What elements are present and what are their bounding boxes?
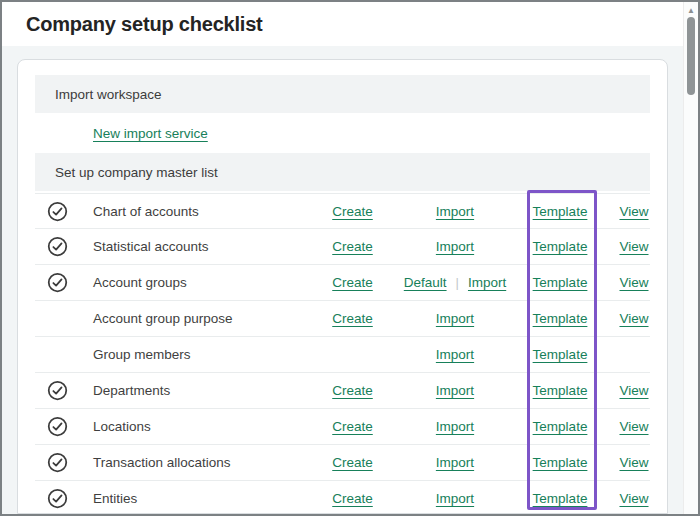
row-label: Transaction allocations (93, 455, 315, 470)
import-cell: Import (390, 347, 520, 362)
section-header-import-workspace: Import workspace (35, 75, 650, 113)
completed-check-icon (47, 272, 68, 293)
view-cell: View (600, 383, 668, 398)
import-cell: Import (390, 311, 520, 326)
row-status-cell (35, 488, 93, 509)
view-cell: View (600, 455, 668, 470)
template-link[interactable]: Template (533, 275, 588, 290)
import-link[interactable]: Import (436, 419, 474, 434)
checklist-row: Departments Create Import Template View (35, 373, 650, 409)
template-link[interactable]: Template (533, 383, 588, 398)
import-cell: Default | Import (390, 275, 520, 290)
template-link[interactable]: Template (533, 239, 588, 254)
template-cell: Template (520, 311, 600, 326)
view-link[interactable]: View (619, 455, 648, 470)
section-header-master-list: Set up company master list (35, 153, 650, 191)
scrollbar-up-arrow-icon[interactable]: ▲ (684, 2, 698, 15)
checklist-row: Statistical accounts Create Import Templ… (35, 229, 650, 265)
row-label: Group members (93, 347, 315, 362)
checklist-row: Entities Create Import Template View (35, 481, 650, 514)
view-link[interactable]: View (619, 491, 648, 506)
vertical-scrollbar[interactable]: ▲ (683, 2, 698, 514)
section-header-label: Set up company master list (55, 165, 218, 180)
import-link[interactable]: Import (468, 275, 506, 290)
template-link[interactable]: Template (533, 491, 588, 506)
view-cell: View (600, 491, 668, 506)
section-header-label: Import workspace (55, 87, 162, 102)
view-link[interactable]: View (619, 419, 648, 434)
view-link[interactable]: View (619, 383, 648, 398)
import-link[interactable]: Import (436, 204, 474, 219)
checklist-row: Chart of accounts Create Import Template… (35, 193, 650, 229)
import-link[interactable]: Import (436, 311, 474, 326)
checklist-row: Locations Create Import Template View (35, 409, 650, 445)
view-cell: View (600, 204, 668, 219)
create-link[interactable]: Create (332, 311, 373, 326)
view-link[interactable]: View (619, 239, 648, 254)
checklist-rows: Chart of accounts Create Import Template… (35, 193, 650, 514)
import-link[interactable]: Import (436, 455, 474, 470)
import-link[interactable]: Import (436, 383, 474, 398)
template-link[interactable]: Template (533, 204, 588, 219)
row-label: Chart of accounts (93, 204, 315, 219)
template-link[interactable]: Template (533, 455, 588, 470)
page-body: Import workspace New import service Set … (2, 46, 698, 514)
import-cell: Import (390, 455, 520, 470)
row-label: Entities (93, 491, 315, 506)
title-bar: Company setup checklist (2, 2, 698, 46)
template-cell: Template (520, 491, 600, 506)
template-cell: Template (520, 239, 600, 254)
row-label: Departments (93, 383, 315, 398)
create-cell: Create (315, 239, 390, 254)
view-link[interactable]: View (619, 311, 648, 326)
row-label: Locations (93, 419, 315, 434)
import-link[interactable]: Import (436, 491, 474, 506)
completed-check-icon (47, 380, 68, 401)
row-label: Account group purpose (93, 311, 315, 326)
import-cell: Import (390, 491, 520, 506)
import-cell: Import (390, 383, 520, 398)
row-status-cell (35, 308, 93, 329)
create-link[interactable]: Create (332, 491, 373, 506)
checklist-row: Transaction allocations Create Import Te… (35, 445, 650, 481)
view-link[interactable]: View (619, 275, 648, 290)
completed-check-icon (47, 201, 68, 222)
template-cell: Template (520, 455, 600, 470)
view-cell: View (600, 419, 668, 434)
create-cell: Create (315, 419, 390, 434)
create-link[interactable]: Create (332, 204, 373, 219)
create-cell: Create (315, 383, 390, 398)
checklist-row: Account groups Create Default | Import T… (35, 265, 650, 301)
template-link[interactable]: Template (533, 419, 588, 434)
checklist-row: Account group purpose Create Import Temp… (35, 301, 650, 337)
template-cell: Template (520, 383, 600, 398)
view-link[interactable]: View (619, 204, 648, 219)
page-title: Company setup checklist (26, 13, 263, 36)
template-cell: Template (520, 347, 600, 362)
completed-check-icon (47, 452, 68, 473)
import-cell: Import (390, 419, 520, 434)
template-link[interactable]: Template (533, 347, 588, 362)
template-cell: Template (520, 275, 600, 290)
import-link[interactable]: Import (436, 239, 474, 254)
link-separator: | (456, 275, 459, 290)
import-link[interactable]: Import (436, 347, 474, 362)
create-link[interactable]: Create (332, 383, 373, 398)
template-link[interactable]: Template (533, 311, 588, 326)
row-status-cell (35, 201, 93, 222)
create-cell: Create (315, 311, 390, 326)
template-cell: Template (520, 419, 600, 434)
row-status-cell (35, 416, 93, 437)
create-link[interactable]: Create (332, 239, 373, 254)
create-link[interactable]: Create (332, 275, 373, 290)
create-cell: Create (315, 491, 390, 506)
create-cell: Create (315, 204, 390, 219)
scrollbar-thumb[interactable] (687, 17, 695, 95)
view-cell: View (600, 239, 668, 254)
default-link[interactable]: Default (404, 275, 447, 290)
row-status-cell (35, 452, 93, 473)
create-link[interactable]: Create (332, 419, 373, 434)
new-import-service-link[interactable]: New import service (93, 126, 208, 141)
create-link[interactable]: Create (332, 455, 373, 470)
completed-check-icon (47, 416, 68, 437)
